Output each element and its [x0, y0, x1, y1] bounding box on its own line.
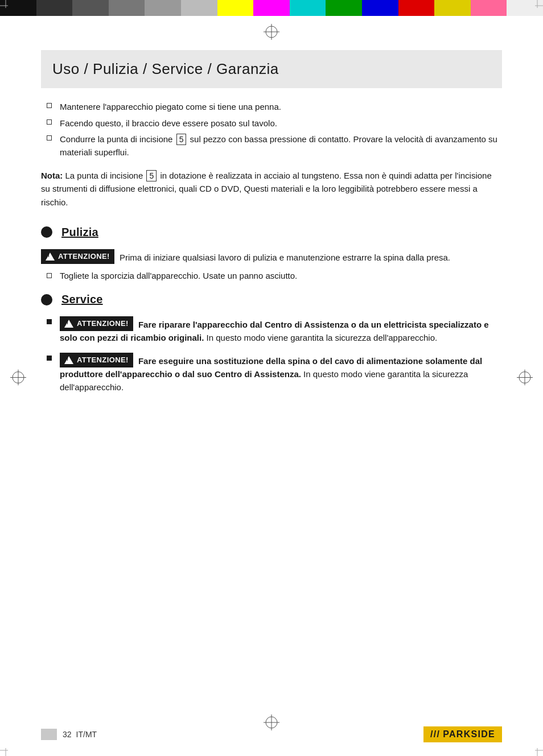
service-item-2-text: ATTENZIONE! Fare eseguire una sostituzio… [60, 353, 502, 394]
section-circle-2 [41, 294, 52, 305]
service-list-item-1: ATTENZIONE! Fare riparare l'apparecchio … [41, 316, 502, 345]
color-segment [434, 0, 471, 16]
list-item-text: Facendo questo, il braccio deve essere p… [60, 117, 502, 130]
pulizia-section: Pulizia ATTENZIONE! Prima di iniziare qu… [41, 226, 502, 280]
service-heading: Service [41, 293, 502, 306]
service-title: Service [61, 293, 103, 306]
color-segment [290, 0, 326, 16]
service-section: Service ATTENZIONE! Fare riparare l'appa… [41, 293, 502, 394]
parkside-label: PARKSIDE [443, 729, 495, 740]
page-title: Uso / Pulizia / Service / Garanzia [52, 60, 491, 78]
color-segment [36, 0, 73, 16]
uso-list: Mantenere l'apparecchio piegato come si … [41, 101, 502, 159]
trim-mark-br [520, 733, 543, 756]
warning-label: ATTENZIONE! [58, 251, 110, 262]
crosshair-top [264, 24, 279, 42]
num-box-2: 5 [146, 170, 157, 181]
crosshair-right [517, 369, 533, 387]
warning-box: ATTENZIONE! [41, 249, 114, 264]
warning-triangle-icon-3 [64, 356, 73, 364]
list-bullet [47, 273, 52, 278]
warning-label-3: ATTENZIONE! [77, 354, 129, 366]
color-segment [362, 0, 398, 16]
list-item-text: Condurre la punta di incisione 5 sul pez… [60, 133, 502, 159]
pulizia-list-item: Togliete la sporcizia dall'apparecchio. … [41, 271, 502, 280]
warning-label-2: ATTENZIONE! [77, 318, 129, 329]
list-item: Facendo questo, il braccio deve essere p… [41, 117, 502, 130]
pulizia-warning-text: Prima di iniziare qualsiasi lavoro di pu… [120, 253, 450, 262]
color-segment [181, 0, 217, 16]
nota-label: Nota: [41, 171, 63, 180]
warning-box-3: ATTENZIONE! [60, 353, 133, 367]
footer-left: 32 IT/MT [41, 729, 97, 740]
warning-box-2: ATTENZIONE! [60, 316, 133, 331]
trim-mark-tl [0, 0, 23, 23]
footer: 32 IT/MT /// PARKSIDE [41, 726, 502, 742]
nota-paragraph: Nota: La punta di incisione 5 in dotazio… [41, 169, 502, 209]
color-segment [72, 0, 109, 16]
page-title-bar: Uso / Pulizia / Service / Garanzia [41, 50, 502, 88]
trim-mark-bl [0, 733, 23, 756]
list-item-text: Mantenere l'apparecchio piegato come si … [60, 101, 502, 114]
warning-triangle-icon-2 [64, 320, 73, 328]
list-bullet [47, 135, 52, 141]
pulizia-heading: Pulizia [41, 226, 502, 239]
service-list-item-2: ATTENZIONE! Fare eseguire una sostituzio… [41, 353, 502, 394]
nota-text: La punta di incisione 5 in dotazione è r… [41, 171, 492, 207]
list-bullet [47, 119, 52, 125]
footer-page-num: 32 [63, 730, 72, 739]
color-segment [253, 0, 290, 16]
list-item: Condurre la punta di incisione 5 sul pez… [41, 133, 502, 159]
num-box: 5 [176, 134, 187, 145]
page-number-box [41, 729, 57, 740]
trim-mark-tr [520, 0, 543, 23]
color-segment [471, 0, 507, 16]
color-segment [217, 0, 254, 16]
color-segment [145, 0, 181, 16]
service-item-1-text: ATTENZIONE! Fare riparare l'apparecchio … [60, 316, 502, 345]
main-content: Uso / Pulizia / Service / Garanzia Mante… [41, 50, 502, 710]
section-circle [41, 226, 52, 238]
service-normal-1: In questo modo viene garantita la sicure… [207, 333, 438, 342]
list-bullet [47, 103, 52, 108]
color-bar [0, 0, 543, 16]
sq-filled-bullet-2 [47, 356, 52, 361]
color-segment [109, 0, 145, 16]
pulizia-item-text: Togliete la sporcizia dall'apparecchio. … [60, 271, 297, 280]
crosshair-left [10, 369, 26, 387]
footer-locale: IT/MT [76, 730, 97, 739]
parkside-logo: /// PARKSIDE [423, 726, 502, 742]
color-segment [326, 0, 362, 16]
warning-triangle-icon [46, 253, 55, 261]
pulizia-title: Pulizia [61, 226, 98, 239]
color-segment [398, 0, 435, 16]
pulizia-warning-block: ATTENZIONE! Prima di iniziare qualsiasi … [41, 249, 502, 264]
service-list: ATTENZIONE! Fare riparare l'apparecchio … [41, 316, 502, 394]
list-item: Mantenere l'apparecchio piegato come si … [41, 101, 502, 114]
sq-filled-bullet [47, 319, 52, 324]
parkside-slashes: /// [430, 729, 440, 740]
